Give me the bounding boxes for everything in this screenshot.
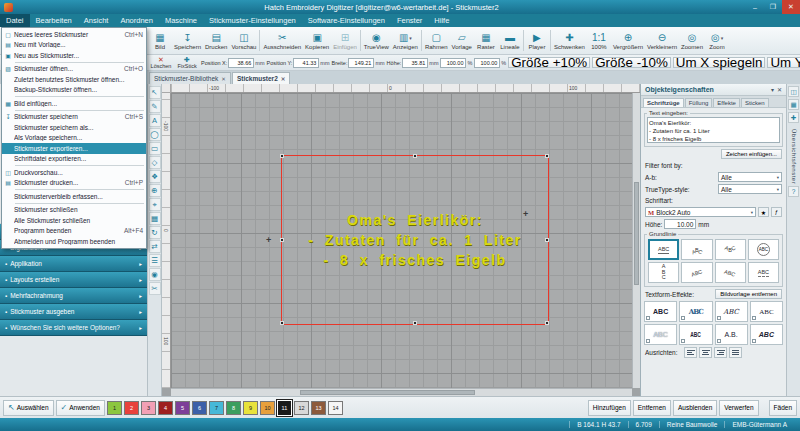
menu-datei[interactable]: Datei: [0, 14, 30, 27]
close-button[interactable]: ✕: [782, 0, 800, 14]
color-swatch-9[interactable]: 9: [243, 401, 258, 415]
font-checkbox[interactable]: [646, 316, 650, 320]
cut-tool-icon[interactable]: ✂: [149, 282, 161, 295]
tab-schriftzuge[interactable]: Schriftzüge: [643, 98, 684, 107]
menu-item-schriftdatei-exportieren[interactable]: Schriftdatei exportieren...: [2, 154, 146, 165]
field-input-position-x[interactable]: 38.66: [228, 58, 254, 68]
menu-item-als-vorlage-speichern[interactable]: Als Vorlage speichern...: [2, 133, 146, 144]
tab-sticken[interactable]: Sticken: [741, 98, 769, 107]
font-checkbox[interactable]: [681, 339, 685, 343]
collapse-icon[interactable]: ▾: [771, 86, 774, 93]
button-um-y-spiegeln[interactable]: Um Y spiegeln: [767, 57, 800, 68]
menu-item-zuletzt-benutztes-stickmuster-offnen[interactable]: Zuletzt benutztes Stickmuster öffnen...: [2, 74, 146, 85]
baseline-diag-down[interactable]: ABC: [715, 262, 746, 283]
font-checkbox[interactable]: [752, 339, 756, 343]
dock-icon[interactable]: ✚: [788, 112, 799, 123]
color-swatch-14[interactable]: 14: [328, 401, 343, 415]
font-checkbox[interactable]: [646, 339, 650, 343]
tab-fullung[interactable]: Füllung: [685, 98, 713, 107]
ellipse-tool-icon[interactable]: ◯: [149, 128, 161, 141]
menu-item-backup-stickmuster-offnen[interactable]: Backup-Stickmuster öffnen...: [2, 85, 146, 96]
selection-rectangle[interactable]: Oma's Eierlikör:- Zutaten für ca. 1 Lite…: [281, 155, 549, 325]
baseline-arc-up[interactable]: ABC: [681, 239, 712, 260]
menu-item-stickmuster-offnen[interactable]: ▨Stickmuster öffnen...Ctrl+O: [2, 64, 146, 75]
baseline-straight[interactable]: ABC: [648, 239, 679, 260]
font-checkbox[interactable]: [681, 316, 685, 320]
toolbar-button-drucken[interactable]: ▤Drucken: [203, 28, 229, 53]
font-preview-italic[interactable]: ABC: [750, 324, 783, 345]
toolbar-button-bild[interactable]: ▦Bild: [148, 28, 172, 53]
menu-anordnen[interactable]: Anordnen: [114, 14, 159, 27]
reshape-tool-icon[interactable]: ✎: [149, 100, 161, 113]
lettering-text-input[interactable]: Oma's Eierlikör: - Zutaten für ca. 1 Lit…: [647, 117, 780, 143]
selection-handle[interactable]: [545, 154, 549, 158]
color-swatch-6[interactable]: 6: [192, 401, 207, 415]
color-swatch-8[interactable]: 8: [226, 401, 241, 415]
font-checkbox[interactable]: [717, 339, 721, 343]
color-swatch-1[interactable]: 1: [107, 401, 122, 415]
toolbar-button-einfugen[interactable]: ⊞Einfügen: [331, 28, 359, 53]
color-swatch-12[interactable]: 12: [294, 401, 309, 415]
trueview-tool-icon[interactable]: ◉: [149, 268, 161, 281]
select-tool-icon[interactable]: ↖: [149, 86, 161, 99]
toolbar-button-zoomen[interactable]: ◎Zoomen: [679, 28, 705, 53]
menu-item-stickmuster-drucken[interactable]: ▤Stickmuster drucken...Ctrl+P: [2, 178, 146, 189]
mirror-tool-icon[interactable]: ⇄: [149, 240, 161, 253]
button-ausblenden[interactable]: Ausblenden: [673, 400, 717, 416]
layers-tool-icon[interactable]: ☰: [149, 254, 161, 267]
field-input-scale[interactable]: 100.00: [474, 58, 500, 68]
align-justify-button[interactable]: [729, 347, 742, 358]
toolbar-button-vorlage[interactable]: ▱Vorlage: [450, 28, 474, 53]
toolbar-button-schwenken[interactable]: ✚Schwenken: [552, 28, 587, 53]
favorite-font-icon[interactable]: ★: [758, 207, 769, 217]
field-input-position-y[interactable]: 41.33: [293, 58, 319, 68]
tool-button-fixstick[interactable]: ✚FixStick: [175, 57, 199, 69]
font-preview-block[interactable]: ABC: [644, 301, 677, 322]
selection-handle[interactable]: [413, 321, 417, 325]
panel-section-wunschen-sie-sich-weitere-optionen[interactable]: ▪Wünschen Sie sich weitere Optionen?▸: [0, 320, 147, 336]
font-preview-outline[interactable]: ABC: [644, 324, 677, 345]
button-verwerfen[interactable]: Verwerfen: [719, 400, 758, 416]
font-preview-dot[interactable]: A.B.: [715, 324, 748, 345]
color-swatch-7[interactable]: 7: [209, 401, 224, 415]
toolbar-button-100[interactable]: 1:1100%: [587, 28, 611, 53]
toolbar-button-kopieren[interactable]: ▣Kopieren: [303, 28, 331, 53]
design-canvas[interactable]: -1000100 -1000100 Oma's Eierlikör:- Zuta…: [162, 84, 640, 396]
horizontal-scroll-thumb[interactable]: [300, 390, 475, 395]
menu-item-stickmuster-speichern[interactable]: ↧Stickmuster speichernCtrl+S: [2, 112, 146, 123]
colors-icon[interactable]: ▦: [788, 99, 799, 110]
menu-item-abmelden-und-programm-beenden[interactable]: Abmelden und Programm beenden: [2, 236, 146, 247]
zoom-in-tool-icon[interactable]: ⊕: [149, 184, 161, 197]
close-panel-icon[interactable]: ✕: [777, 86, 782, 93]
selection-handle[interactable]: [413, 154, 417, 158]
vertical-scrollbar[interactable]: [632, 93, 640, 388]
baseline-diag-up[interactable]: ABC: [681, 262, 712, 283]
baseline-free[interactable]: ABC: [748, 262, 779, 283]
menu-maschine[interactable]: Maschine: [159, 14, 203, 27]
panel-section-layouts-erstellen[interactable]: ▪Layouts erstellen▸: [0, 272, 147, 288]
overview-icon[interactable]: ◫: [788, 86, 799, 97]
selection-handle[interactable]: [280, 238, 284, 242]
color-swatch-10[interactable]: 10: [260, 401, 275, 415]
color-swatch-13[interactable]: 13: [311, 401, 326, 415]
close-tab-icon[interactable]: ✕: [221, 76, 226, 82]
toolbar-button-trueview[interactable]: ◉TrueView: [362, 28, 391, 53]
menu-item-neu-aus-stickmuster[interactable]: ▣Neu aus Stickmuster...: [2, 50, 146, 61]
height-input[interactable]: 10.00: [664, 219, 696, 229]
toolbar-button-ausschneiden[interactable]: ✂Ausschneiden: [261, 28, 303, 53]
font-preview-monogram[interactable]: ABC: [679, 301, 712, 322]
toolbar-button-speichern[interactable]: ↧Speichern: [172, 28, 203, 53]
toolbar-button-verkleinern[interactable]: ⊖Verkleinern: [645, 28, 679, 53]
font-checkbox[interactable]: [752, 316, 756, 320]
shape-tool-icon[interactable]: ◇: [149, 156, 161, 169]
align-right-button[interactable]: [714, 347, 727, 358]
button-anwenden[interactable]: ✓Anwenden: [56, 400, 105, 416]
font-checkbox[interactable]: [717, 316, 721, 320]
tab-effekte[interactable]: Effekte: [713, 98, 740, 107]
field-input-breite[interactable]: 149.21: [348, 58, 374, 68]
measure-tool-icon[interactable]: ⌖: [149, 198, 161, 211]
menu-item-stickmusterverbleib-erfassen[interactable]: Stickmusterverbleib erfassen...: [2, 191, 146, 202]
font-options-icon[interactable]: ƒ: [771, 207, 782, 217]
toolbar-button-vergrossern[interactable]: ⊕Vergrößern: [611, 28, 645, 53]
baseline-vertical[interactable]: ABC: [648, 262, 679, 283]
